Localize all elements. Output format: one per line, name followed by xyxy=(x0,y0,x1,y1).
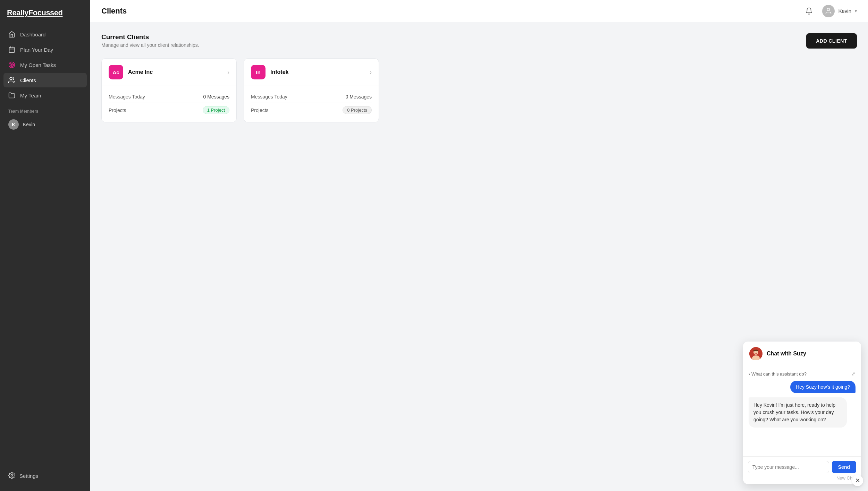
sidebar-footer: Settings xyxy=(0,464,90,491)
messages-today-label: Messages Today xyxy=(109,94,145,100)
sidebar: ReallyFocussed Dashboard P xyxy=(0,0,90,491)
current-clients-subtitle: Manage and view all your client relation… xyxy=(101,42,199,48)
chat-body: › What can this assistant do? ⤢ Hey Suzy… xyxy=(743,366,861,456)
chevron-right-icon: › xyxy=(370,69,372,76)
chevron-right-icon: › xyxy=(227,69,229,76)
gear-icon xyxy=(8,472,15,480)
client-avatar: In xyxy=(251,65,266,79)
header-right: Kevin ▾ xyxy=(803,5,857,17)
users-icon xyxy=(8,77,15,84)
avatar: K xyxy=(8,119,19,130)
svg-point-7 xyxy=(10,78,12,80)
svg-point-14 xyxy=(757,352,757,352)
user-name: Kevin xyxy=(838,8,851,14)
sidebar-item-dashboard[interactable]: Dashboard xyxy=(3,27,87,42)
svg-point-13 xyxy=(755,352,755,352)
chat-title: Chat with Suzy xyxy=(767,351,806,357)
team-member-name: Kevin xyxy=(23,122,35,127)
client-card-header[interactable]: In Infotek › xyxy=(244,59,379,86)
projects-badge: 1 Project xyxy=(203,106,229,114)
projects-label: Projects xyxy=(109,107,126,113)
projects-badge: 0 Projects xyxy=(343,106,372,114)
page-header-bar: Clients Kevin ▾ xyxy=(90,0,868,22)
messages-today-row: Messages Today 0 Messages xyxy=(251,91,372,103)
calendar-icon xyxy=(8,46,15,53)
chat-bot-message: Hey Kevin! I'm just here, ready to help … xyxy=(749,397,847,428)
client-card-body: Messages Today 0 Messages Projects 1 Pro… xyxy=(102,86,236,122)
avatar xyxy=(822,5,835,17)
logo-text-part2: Focussed xyxy=(28,8,63,17)
sidebar-item-my-open-tasks[interactable]: My Open Tasks xyxy=(3,58,87,72)
chat-input-row: Send xyxy=(748,461,856,473)
messages-today-row: Messages Today 0 Messages xyxy=(109,91,229,103)
projects-row: Projects 1 Project xyxy=(109,103,229,117)
messages-today-label: Messages Today xyxy=(251,94,287,100)
projects-row: Projects 0 Projects xyxy=(251,103,372,117)
chat-widget: Chat with Suzy › What can this assistant… xyxy=(743,342,861,484)
client-identity: In Infotek xyxy=(251,65,288,79)
settings-label: Settings xyxy=(19,473,38,479)
notification-bell-button[interactable] xyxy=(803,5,815,17)
chevron-right-icon: › xyxy=(749,371,750,377)
sidebar-item-label: My Team xyxy=(20,93,41,98)
chat-message-input[interactable] xyxy=(748,461,829,473)
client-name: Infotek xyxy=(270,69,288,75)
client-card-body: Messages Today 0 Messages Projects 0 Pro… xyxy=(244,86,379,122)
svg-point-6 xyxy=(11,64,12,65)
client-identity: Ac Acme Inc xyxy=(109,65,153,79)
clients-page-header: Current Clients Manage and view all your… xyxy=(101,33,857,49)
sidebar-item-clients[interactable]: Clients xyxy=(3,73,87,87)
client-card-header[interactable]: Ac Acme Inc › xyxy=(102,59,236,86)
sidebar-item-label: Plan Your Day xyxy=(20,47,53,53)
sidebar-item-plan-your-day[interactable]: Plan Your Day xyxy=(3,42,87,57)
user-menu[interactable]: Kevin ▾ xyxy=(822,5,857,17)
projects-label: Projects xyxy=(251,107,269,113)
home-icon xyxy=(8,31,15,38)
add-client-button[interactable]: ADD CLIENT xyxy=(806,33,857,49)
expand-icon[interactable]: ⤢ xyxy=(851,371,856,377)
folder-icon xyxy=(8,92,15,99)
client-avatar: Ac xyxy=(109,65,123,79)
client-card-acme: Ac Acme Inc › Messages Today 0 Messages … xyxy=(101,58,237,122)
chevron-down-icon: ▾ xyxy=(855,9,857,14)
sidebar-item-my-team[interactable]: My Team xyxy=(3,88,87,103)
sidebar-navigation: Dashboard Plan Your Day xyxy=(0,27,90,464)
page-title: Clients xyxy=(101,7,127,16)
chat-info-text: What can this assistant do? xyxy=(751,371,807,377)
clients-section-info: Current Clients Manage and view all your… xyxy=(101,33,199,48)
clients-grid: Ac Acme Inc › Messages Today 0 Messages … xyxy=(101,58,379,122)
svg-point-9 xyxy=(827,8,830,10)
sidebar-item-label: Clients xyxy=(20,77,36,83)
chat-header: Chat with Suzy xyxy=(743,342,861,366)
svg-rect-0 xyxy=(9,47,15,52)
app-logo[interactable]: ReallyFocussed xyxy=(0,0,90,27)
messages-today-value: 0 Messages xyxy=(203,94,229,100)
target-icon xyxy=(8,61,15,68)
chat-avatar xyxy=(749,347,762,360)
svg-point-5 xyxy=(10,63,14,67)
team-members-label: Team Members xyxy=(3,103,87,116)
chat-input-area: Send New Chat xyxy=(743,456,861,484)
chat-send-button[interactable]: Send xyxy=(832,461,856,473)
messages-today-value: 0 Messages xyxy=(346,94,372,100)
client-card-infotek: In Infotek › Messages Today 0 Messages P… xyxy=(244,58,379,122)
logo-text-part1: Really xyxy=(7,8,28,17)
sidebar-item-label: Dashboard xyxy=(20,32,45,37)
sidebar-item-label: My Open Tasks xyxy=(20,62,56,68)
close-button[interactable]: ✕ xyxy=(852,475,863,486)
chat-info-expand[interactable]: › What can this assistant do? xyxy=(749,371,807,377)
client-name: Acme Inc xyxy=(128,69,153,75)
team-member-kevin: K Kevin xyxy=(3,116,87,133)
chat-info-row: › What can this assistant do? ⤢ xyxy=(749,371,856,377)
current-clients-title: Current Clients xyxy=(101,33,199,41)
svg-point-8 xyxy=(11,475,13,476)
chat-user-message: Hey Suzy how's it going? xyxy=(790,381,856,393)
sidebar-item-settings[interactable]: Settings xyxy=(8,469,82,483)
new-chat-link[interactable]: New Chat xyxy=(748,475,856,481)
